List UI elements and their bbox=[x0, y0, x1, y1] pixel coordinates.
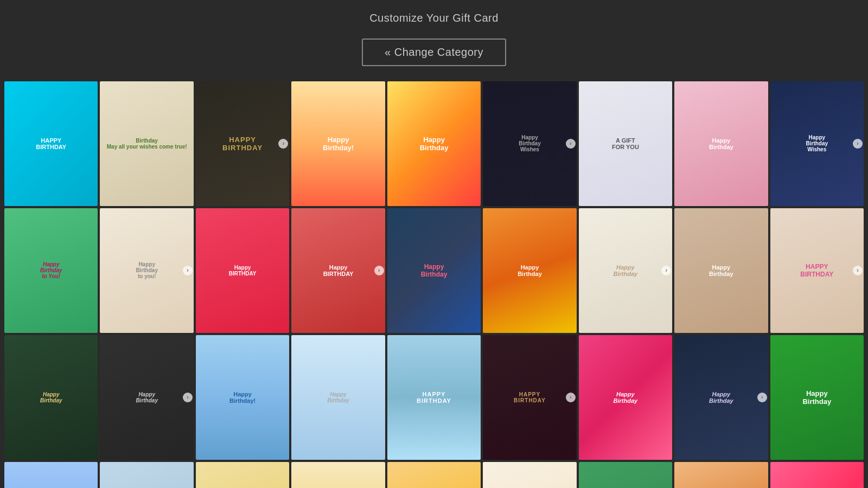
card-12-text: Happy BIRTHDAY bbox=[196, 208, 289, 333]
card-18-arrow-icon[interactable]: › bbox=[853, 266, 863, 275]
card-10[interactable]: Happy Birthday to You! bbox=[4, 208, 98, 333]
card-13-arrow-icon[interactable]: › bbox=[374, 266, 384, 275]
card-26-text: Happy Birthday bbox=[674, 335, 768, 460]
card-22-text: Happy Birthday bbox=[291, 335, 385, 460]
card-20[interactable]: Happy Birthday› bbox=[100, 335, 193, 460]
card-21-text: Happy Birthday! bbox=[196, 335, 289, 460]
card-29[interactable]: Happy Birthday bbox=[100, 462, 193, 488]
page-header: Customize Your Gift Card bbox=[0, 0, 868, 33]
card-6[interactable]: Happy Birthday Wishes› bbox=[483, 81, 576, 206]
card-24[interactable]: HAPPY BIRTHDAY› bbox=[483, 335, 576, 460]
card-30[interactable]: Happy Birthday bbox=[196, 462, 289, 488]
card-36[interactable]: HAPPY BIRTHDAY bbox=[770, 462, 864, 488]
card-12[interactable]: Happy BIRTHDAY bbox=[196, 208, 289, 333]
card-5-text: Happy Birthday bbox=[387, 81, 481, 206]
card-34[interactable]: Happy Birthday bbox=[579, 462, 672, 488]
card-36-text: HAPPY BIRTHDAY bbox=[770, 462, 864, 488]
card-25[interactable]: Happy Birthday bbox=[579, 335, 672, 460]
card-4-text: Happy Birthday! bbox=[291, 81, 385, 206]
card-31[interactable]: Happy Birthday bbox=[291, 462, 385, 488]
card-11-text: Happy Birthday to you! bbox=[100, 208, 193, 333]
card-30-text: Happy Birthday bbox=[196, 462, 289, 488]
card-2-text: Birthday May all your wishes come true! bbox=[100, 81, 193, 206]
card-29-text: Happy Birthday bbox=[100, 462, 193, 488]
card-35-text: Happy Birthday bbox=[674, 462, 768, 488]
card-9-arrow-icon[interactable]: › bbox=[853, 139, 863, 149]
card-25-text: Happy Birthday bbox=[579, 335, 672, 460]
card-18-text: HAPPY BIRTHDAY bbox=[770, 208, 864, 333]
card-27-text: Happy Birthday bbox=[770, 335, 864, 460]
card-2[interactable]: Birthday May all your wishes come true! bbox=[100, 81, 193, 206]
card-9[interactable]: Happy Birthday Wishes› bbox=[770, 81, 864, 206]
card-1-text: HAPPY BIRTHDAY bbox=[4, 81, 98, 206]
card-14-text: Happy Birthday bbox=[387, 208, 481, 333]
card-8[interactable]: Happy Birthday bbox=[674, 81, 768, 206]
card-18[interactable]: HAPPY BIRTHDAY› bbox=[770, 208, 864, 333]
card-24-arrow-icon[interactable]: › bbox=[566, 393, 576, 402]
card-4[interactable]: Happy Birthday! bbox=[291, 81, 385, 206]
card-7[interactable]: A GIFT FOR YOU bbox=[579, 81, 672, 206]
card-16-arrow-icon[interactable]: › bbox=[661, 266, 671, 275]
card-19[interactable]: Happy Birthday bbox=[4, 335, 98, 460]
card-1[interactable]: HAPPY BIRTHDAY bbox=[4, 81, 98, 206]
card-34-text: Happy Birthday bbox=[579, 462, 672, 488]
card-21[interactable]: Happy Birthday! bbox=[196, 335, 289, 460]
card-26-arrow-icon[interactable]: › bbox=[757, 393, 767, 402]
page-title: Customize Your Gift Card bbox=[0, 12, 868, 24]
card-17[interactable]: Happy Birthday bbox=[674, 208, 768, 333]
card-35[interactable]: Happy Birthday bbox=[674, 462, 768, 488]
card-28[interactable]: Happy Birthday bbox=[4, 462, 98, 488]
card-20-arrow-icon[interactable]: › bbox=[183, 393, 193, 402]
card-6-arrow-icon[interactable]: › bbox=[566, 139, 576, 149]
card-32-text: Happy Birthday bbox=[387, 462, 481, 488]
card-26[interactable]: Happy Birthday› bbox=[674, 335, 768, 460]
card-7-text: A GIFT FOR YOU bbox=[579, 81, 672, 206]
card-27[interactable]: Happy Birthday bbox=[770, 335, 864, 460]
card-13-text: Happy BIRTHDAY bbox=[291, 208, 385, 333]
card-32[interactable]: Happy Birthday bbox=[387, 462, 481, 488]
card-33[interactable]: Happy Birthday bbox=[483, 462, 576, 488]
card-3-text: HAPPY BIRTHDAY bbox=[196, 81, 289, 206]
card-31-text: Happy Birthday bbox=[291, 462, 385, 488]
card-11[interactable]: Happy Birthday to you!› bbox=[100, 208, 193, 333]
change-category-button[interactable]: « Change Category bbox=[362, 38, 506, 66]
card-20-text: Happy Birthday bbox=[100, 335, 193, 460]
card-24-text: HAPPY BIRTHDAY bbox=[483, 335, 576, 460]
card-3[interactable]: HAPPY BIRTHDAY› bbox=[196, 81, 289, 206]
card-grid: HAPPY BIRTHDAYBirthday May all your wish… bbox=[0, 81, 868, 488]
card-23[interactable]: HAPPY BIRTHDAY bbox=[387, 335, 481, 460]
card-16[interactable]: Happy Birthday› bbox=[579, 208, 672, 333]
card-19-text: Happy Birthday bbox=[4, 335, 98, 460]
card-28-text: Happy Birthday bbox=[4, 462, 98, 488]
card-9-text: Happy Birthday Wishes bbox=[770, 81, 864, 206]
card-10-text: Happy Birthday to You! bbox=[4, 208, 98, 333]
card-16-text: Happy Birthday bbox=[579, 208, 672, 333]
card-22[interactable]: Happy Birthday bbox=[291, 335, 385, 460]
card-14[interactable]: Happy Birthday bbox=[387, 208, 481, 333]
card-23-text: HAPPY BIRTHDAY bbox=[387, 335, 481, 460]
card-8-text: Happy Birthday bbox=[674, 81, 768, 206]
card-15[interactable]: Happy Birthday bbox=[483, 208, 576, 333]
card-17-text: Happy Birthday bbox=[674, 208, 768, 333]
card-15-text: Happy Birthday bbox=[483, 208, 576, 333]
card-13[interactable]: Happy BIRTHDAY› bbox=[291, 208, 385, 333]
card-11-arrow-icon[interactable]: › bbox=[183, 266, 193, 275]
change-category-wrapper: « Change Category bbox=[0, 33, 868, 76]
card-3-arrow-icon[interactable]: › bbox=[278, 139, 288, 149]
card-5[interactable]: Happy Birthday bbox=[387, 81, 481, 206]
card-33-text: Happy Birthday bbox=[483, 462, 576, 488]
card-6-text: Happy Birthday Wishes bbox=[483, 81, 576, 206]
